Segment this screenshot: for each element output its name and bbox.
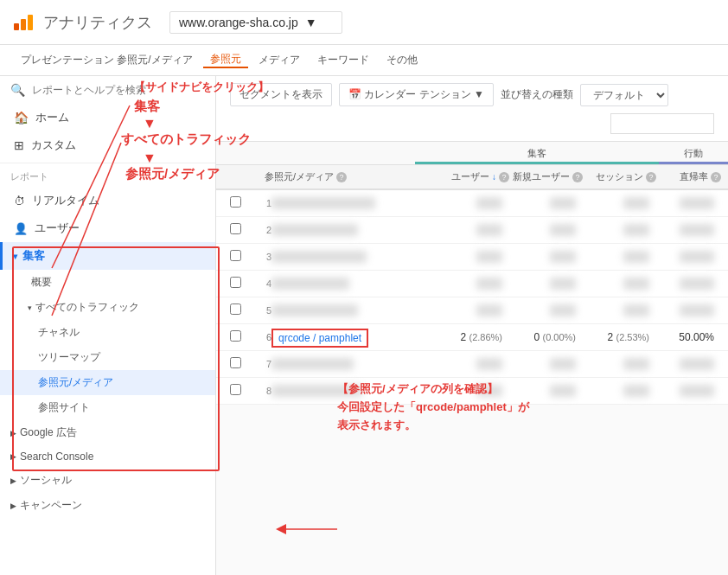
sidebar-item-google-ads[interactable]: ▶ Google 広告 [0,420,215,445]
row-source[interactable] [271,358,429,371]
row-new-users [502,251,576,264]
nav-item-3[interactable]: メディア [252,53,307,67]
sidebar-label-google-ads: Google 広告 [20,425,77,440]
sidebar-item-referral-media[interactable]: 参照元/メディア [0,370,215,395]
users-sort-icon[interactable]: ↓ [492,172,496,182]
sidebar-item-all-traffic[interactable]: ▾ すべてのトラフィック [0,295,215,320]
row-check[interactable] [230,357,251,371]
row-num-6: 6 [251,332,271,342]
search-input[interactable] [32,84,205,96]
sidebar-item-social[interactable]: ▶ ソーシャル [0,468,215,493]
row-bounce [649,197,714,210]
sessions-help-icon[interactable]: ? [646,172,656,182]
col-users-header: ユーザー ↓ ? [436,170,509,183]
row-num: 8 [251,386,271,396]
row-source[interactable] [271,278,429,291]
row-bounce [649,304,714,317]
search-box[interactable] [610,113,714,134]
table-row: 4 [216,271,728,297]
sidebar-item-treemap[interactable]: ツリーマップ [0,345,215,370]
nav-item-5[interactable]: その他 [380,53,425,67]
users-icon: 👤 [14,222,28,235]
sidebar-item-users[interactable]: 👤 ユーザー [0,214,215,242]
row-bounce [649,358,714,371]
logo-icon [14,15,33,30]
sidebar-label-referral-sites: 参照サイト [38,401,90,413]
row-bounce [649,278,714,291]
domain-arrow: ▼ [305,16,317,29]
sidebar-label-referral-media: 参照元/メディア [38,376,113,388]
col-source-header: 参照元/メディア ? [265,170,436,183]
sidebar-item-realtime[interactable]: ⏱ リアルタイム [0,187,215,214]
sidebar-item-overview[interactable]: 概要 [0,270,215,295]
row-new-users [502,385,576,398]
row-check[interactable] [230,196,251,210]
sidebar-label-all-traffic: すべてのトラフィック [35,300,139,315]
home-icon: 🏠 [14,111,29,125]
row-users [429,197,502,210]
bounce-help-icon[interactable]: ? [711,172,721,182]
row-source[interactable] [271,197,429,210]
sidebar-item-search-console[interactable]: ▶ Search Console [0,445,215,468]
nav-item-4[interactable]: キーワード [310,53,376,67]
nav-item-1[interactable]: プレゼンテーション 参照元/メディア [14,53,200,67]
row-num: 7 [251,359,271,369]
row-check[interactable] [230,277,251,291]
table-row: 8 [216,378,728,405]
sidebar-label-channels: チャネル [38,326,80,338]
sort-select[interactable]: デフォルト [580,84,668,106]
segment-btn[interactable]: セグメントを表示 [230,83,332,106]
reports-label: レポート [0,163,215,187]
row-sessions [576,358,649,371]
row-source[interactable] [271,251,429,264]
group-behavior: 行動 [659,145,728,164]
sidebar-item-referral-sites[interactable]: 参照サイト [0,395,215,420]
table-row: 3 [216,244,728,271]
row-source[interactable] [271,224,429,237]
col-sessions-header: セッション ? [583,170,656,183]
row-source[interactable] [271,304,429,317]
source-help-icon[interactable]: ? [336,172,347,182]
row-source[interactable] [271,385,429,398]
domain-selector[interactable]: www.orange-sha.co.jp ▼ [169,11,342,34]
row-sessions [576,197,649,210]
table-row-qrcode: 6 qrcode / pamphlet 2 (2.86%) 0 (0.00%) … [216,324,728,351]
sidebar-item-channels[interactable]: チャネル [0,320,215,345]
domain-value: www.orange-sha.co.jp [179,16,298,29]
row-users [429,224,502,237]
custom-icon: ⊞ [14,138,24,152]
row-num: 5 [251,305,271,316]
row-source-6[interactable]: qrcode / pamphlet [271,331,429,344]
row-check[interactable] [230,223,251,237]
col-new-users-header: 新規ユーザー ? [509,170,583,183]
nav-item-2[interactable]: 参照元 [203,52,248,68]
new-users-help-icon[interactable]: ? [572,172,583,182]
sidebar-item-custom[interactable]: ⊞ カスタム [0,131,215,159]
row-num: 4 [251,278,271,289]
row-check[interactable] [230,250,251,264]
main-layout: 🔍 🏠 ホーム ⊞ カスタム レポート ⏱ リアルタイム [0,76,728,575]
sidebar-label-overview: 概要 [31,276,52,288]
row-sessions [576,224,649,237]
sidebar-search-row: 🔍 [0,76,215,104]
row-users [429,358,502,371]
row-check-6[interactable] [230,330,251,344]
sidebar-item-acquisition[interactable]: ▾ 集客 [0,242,215,270]
row-sessions [576,278,649,291]
sidebar-label-campaign: キャンペーン [20,498,82,513]
row-sessions-6: 2 (2.53%) [576,331,649,343]
col-bounce-header: 直帰率 ? [656,170,721,183]
row-new-users [502,197,576,210]
table-row: 2 [216,217,728,244]
sidebar-label-acquisition: 集客 [22,248,45,264]
calendar-btn[interactable]: 📅 カレンダー テンション ▼ [339,83,494,106]
row-users [429,278,502,291]
row-check[interactable] [230,384,251,398]
row-bounce [649,224,714,237]
table-area: 集客 行動 参照元/メディア ? ユーザー ↓ [216,142,728,405]
row-check[interactable] [230,303,251,317]
sidebar-item-campaign[interactable]: ▶ キャンペーン [0,493,215,518]
users-help-icon[interactable]: ? [499,172,509,182]
page-wrapper: アナリティクス www.orange-sha.co.jp ▼ プレゼンテーション… [0,0,728,575]
sidebar-item-home[interactable]: 🏠 ホーム [0,104,215,131]
